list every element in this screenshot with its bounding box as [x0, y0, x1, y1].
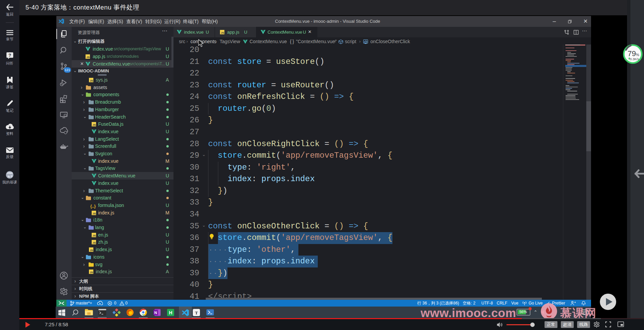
svg-text:N: N [154, 311, 157, 315]
svg-text:0.3K/s: 0.3K/s [630, 57, 639, 61]
svg-text:79: 79 [628, 49, 636, 58]
svg-text:H: H [169, 310, 172, 315]
svg-text:T: T [195, 310, 198, 315]
svg-text:%: % [636, 53, 639, 57]
svg-text:?: ? [8, 53, 11, 58]
